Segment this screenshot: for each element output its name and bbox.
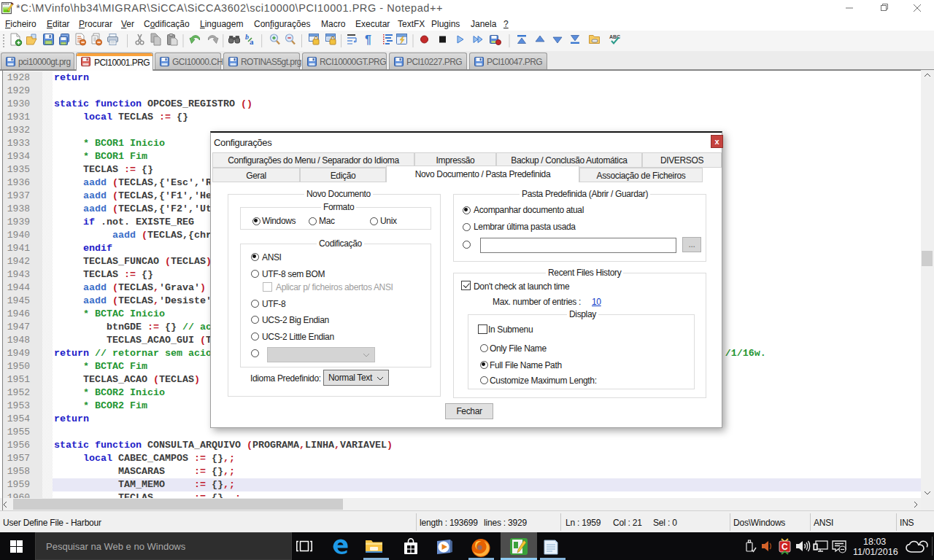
- svg-text:¶: ¶: [365, 34, 371, 46]
- svg-text:b: b: [245, 33, 249, 41]
- svg-text:ABC: ABC: [609, 34, 620, 39]
